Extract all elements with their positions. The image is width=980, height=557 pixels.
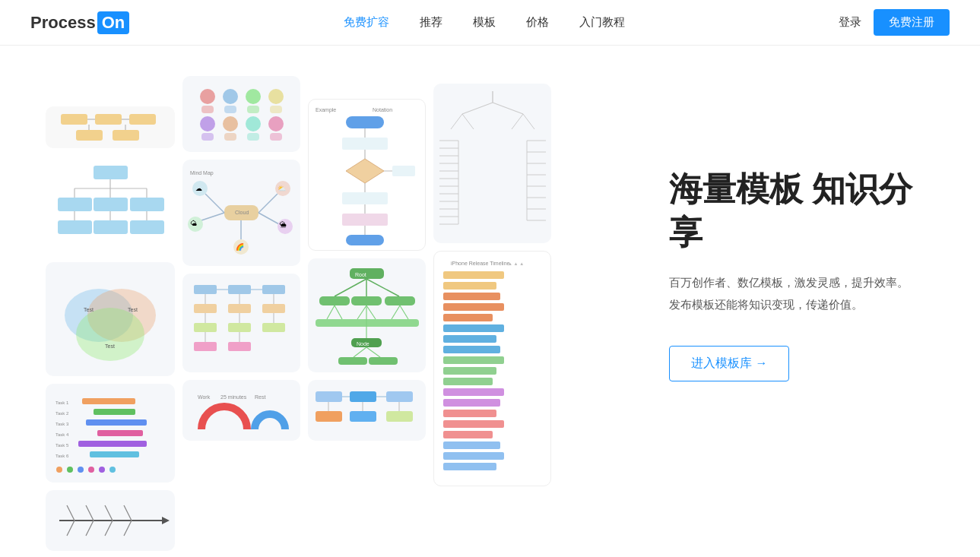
svg-line-175 xyxy=(523,114,534,129)
hero-section: 海量模板 知识分享 百万创作者、数亿模板，激发灵感，提升效率。发布模板还能将知识… xyxy=(608,76,934,381)
svg-text:Notation: Notation xyxy=(373,107,392,112)
svg-text:Task 2: Task 2 xyxy=(56,411,69,416)
register-button[interactable]: 免费注册 xyxy=(874,9,950,36)
svg-line-55 xyxy=(105,521,113,536)
svg-text:Task 3: Task 3 xyxy=(56,422,69,426)
svg-rect-66 xyxy=(201,106,214,113)
svg-line-82 xyxy=(258,213,279,224)
svg-rect-125 xyxy=(342,192,388,204)
svg-text:Task 4: Task 4 xyxy=(56,432,69,437)
svg-rect-9 xyxy=(94,166,128,179)
svg-text:Test: Test xyxy=(84,307,94,312)
svg-line-51 xyxy=(86,505,94,521)
svg-line-140 xyxy=(335,305,342,319)
svg-line-141 xyxy=(357,305,366,319)
svg-line-155 xyxy=(366,347,380,357)
logo-highlight: On xyxy=(97,11,130,34)
svg-point-59 xyxy=(223,89,238,104)
svg-rect-206 xyxy=(443,335,496,343)
svg-rect-105 xyxy=(262,323,285,332)
svg-rect-41 xyxy=(90,451,139,457)
svg-text:Task 5: Task 5 xyxy=(56,443,69,448)
diagram-card-people[interactable] xyxy=(182,76,300,152)
diagram-card-flowchart[interactable]: Example Notation xyxy=(308,99,426,251)
svg-rect-156 xyxy=(338,357,367,365)
svg-rect-73 xyxy=(270,133,282,141)
svg-point-61 xyxy=(268,89,284,104)
diagram-card-2[interactable] xyxy=(46,156,175,255)
svg-rect-203 xyxy=(443,303,504,311)
svg-text:Test: Test xyxy=(128,307,138,312)
svg-rect-201 xyxy=(443,282,496,290)
svg-rect-165 xyxy=(386,411,413,422)
nav-free-expand[interactable]: 免费扩容 xyxy=(344,15,389,30)
svg-line-170 xyxy=(462,103,493,114)
svg-rect-158 xyxy=(316,391,342,402)
svg-line-50 xyxy=(67,505,75,521)
svg-rect-21 xyxy=(58,220,92,234)
enter-template-button[interactable]: 进入模板库 → xyxy=(669,346,789,381)
svg-rect-98 xyxy=(228,304,251,313)
svg-rect-93 xyxy=(228,285,251,294)
svg-line-139 xyxy=(327,305,335,319)
svg-rect-22 xyxy=(94,220,128,234)
header-actions: 登录 免费注册 xyxy=(839,9,950,36)
login-button[interactable]: 登录 xyxy=(839,15,861,30)
nav-templates[interactable]: 模板 xyxy=(473,15,496,30)
svg-rect-1 xyxy=(95,114,122,125)
svg-rect-215 xyxy=(443,431,493,438)
svg-rect-208 xyxy=(443,356,504,364)
svg-rect-72 xyxy=(247,133,259,141)
svg-text:🌦: 🌦 xyxy=(279,221,287,229)
svg-rect-209 xyxy=(443,367,496,375)
svg-rect-164 xyxy=(350,411,376,422)
logo[interactable]: ProcessOn xyxy=(30,11,129,34)
svg-rect-120 xyxy=(342,138,388,150)
hero-desc: 百万创作者、数亿模板，激发灵感，提升效率。发布模板还能将知识变现，传递价值。 xyxy=(669,272,912,315)
diagram-card-flow-blue[interactable] xyxy=(182,274,300,372)
svg-line-57 xyxy=(124,521,132,536)
svg-rect-99 xyxy=(262,304,285,313)
svg-rect-216 xyxy=(443,441,500,449)
svg-rect-207 xyxy=(443,346,500,353)
svg-rect-2 xyxy=(129,114,156,125)
nav-tutorial[interactable]: 入门教程 xyxy=(579,15,625,30)
diagram-card-blue-flow[interactable] xyxy=(308,380,426,441)
diagram-card-mindmap[interactable]: Mind Map xyxy=(182,160,300,266)
svg-rect-71 xyxy=(224,133,236,141)
svg-rect-33 xyxy=(94,409,135,415)
svg-point-43 xyxy=(67,467,73,473)
svg-rect-202 xyxy=(443,293,500,300)
diagram-card-fishbone[interactable] xyxy=(46,490,175,551)
nav-price[interactable]: 价格 xyxy=(526,15,549,30)
svg-text:Test: Test xyxy=(105,343,115,349)
main-nav: 免费扩容 推荐 模板 价格 入门教程 xyxy=(344,15,625,30)
svg-point-46 xyxy=(99,467,105,473)
svg-rect-15 xyxy=(58,198,92,211)
svg-text:iPhone Release Timeline: iPhone Release Timeline xyxy=(451,261,510,266)
svg-text:Cloud: Cloud xyxy=(235,210,249,215)
diagram-card-venn[interactable]: Test Test Test xyxy=(46,262,175,376)
svg-line-143 xyxy=(392,305,400,319)
diagram-card-tree[interactable]: Root xyxy=(308,258,426,372)
svg-line-154 xyxy=(354,347,366,357)
svg-point-64 xyxy=(246,116,261,131)
diagram-card-dendrogram[interactable] xyxy=(433,84,551,243)
svg-rect-217 xyxy=(443,452,504,460)
svg-rect-159 xyxy=(350,391,376,402)
svg-text:☁: ☁ xyxy=(195,185,202,192)
svg-rect-92 xyxy=(194,285,217,294)
nav-recommend[interactable]: 推荐 xyxy=(420,15,442,30)
diagram-card-1[interactable] xyxy=(46,106,175,148)
svg-line-78 xyxy=(201,213,224,220)
diagram-card-timeline[interactable]: iPhone Release Timeline ▲ ▲ ▲ xyxy=(433,251,551,486)
svg-text:🌤: 🌤 xyxy=(190,220,197,227)
svg-rect-104 xyxy=(228,323,251,332)
svg-rect-130 xyxy=(392,166,415,176)
svg-rect-5 xyxy=(76,130,103,141)
diagram-card-circle[interactable]: Work 25 minutes Rest xyxy=(182,380,300,441)
diagram-card-gantt[interactable]: Task 1 Task 2 Task 3 Task 4 Task 5 Task … xyxy=(46,384,175,483)
svg-marker-49 xyxy=(162,517,170,524)
svg-line-133 xyxy=(335,279,366,296)
svg-line-56 xyxy=(124,505,132,521)
